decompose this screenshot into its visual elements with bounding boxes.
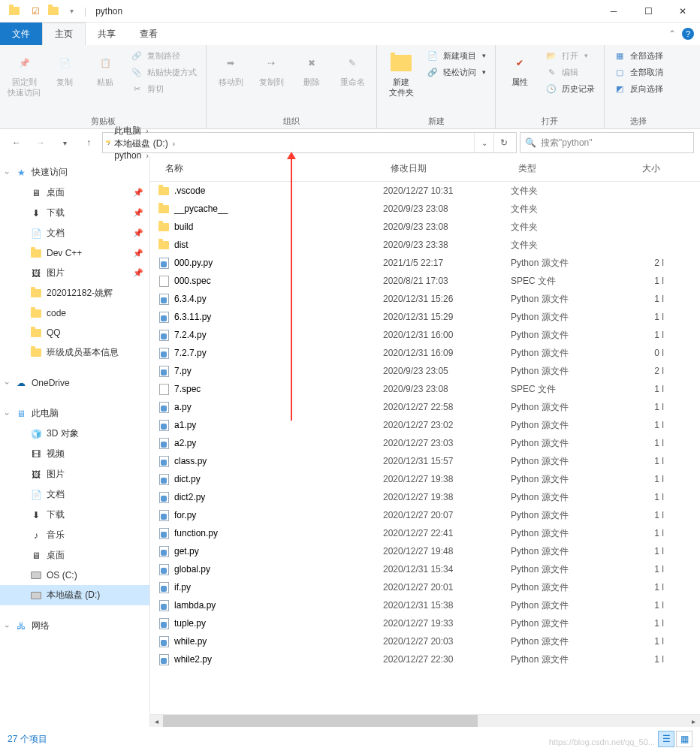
search-box[interactable]: 🔍	[520, 132, 694, 153]
file-row[interactable]: 6.3.4.py2020/12/31 15:26Python 源文件1 l	[150, 290, 700, 308]
refresh-button[interactable]: ↻	[493, 133, 513, 152]
tree-item[interactable]: ⬇下载📌	[0, 203, 149, 223]
file-row[interactable]: lambda.py2020/12/31 15:38Python 源文件1 l	[150, 596, 700, 614]
invert-selection-button[interactable]: ◩反向选择	[609, 81, 668, 96]
tree-item[interactable]: 🖥桌面📌	[0, 182, 149, 203]
horizontal-scrollbar[interactable]: ◂ ▸	[150, 714, 700, 727]
open-button[interactable]: 📂打开▾	[541, 48, 599, 63]
file-row[interactable]: class.py2020/12/31 15:57Python 源文件1 l	[150, 452, 700, 470]
tab-home[interactable]: 主页	[42, 23, 86, 45]
icons-view-button[interactable]: ▦	[676, 731, 692, 747]
new-item-button[interactable]: 📄新建项目▾	[422, 48, 490, 63]
tree-item[interactable]: 🖥桌面	[0, 545, 149, 566]
tree-thispc[interactable]: 🖥此电脑	[0, 403, 149, 424]
address-bar[interactable]: › 此电脑›本地磁盘 (D:)›python› ⌄ ↻	[102, 132, 517, 153]
tree-item[interactable]: 202012182-姚辉	[0, 283, 149, 303]
file-row[interactable]: a2.py2020/12/27 23:03Python 源文件1 l	[150, 434, 700, 452]
file-row[interactable]: for.py2020/12/27 20:07Python 源文件1 l	[150, 506, 700, 524]
easy-access-button[interactable]: 🔗轻松访问▾	[422, 65, 490, 80]
properties-button[interactable]: ✔属性	[500, 48, 539, 90]
help-icon[interactable]: ?	[682, 28, 694, 40]
tree-item[interactable]: 🖼图片📌	[0, 263, 149, 283]
breadcrumb[interactable]: 此电脑›	[111, 125, 178, 137]
tree-item[interactable]: QQ	[0, 323, 149, 342]
tree-item[interactable]: code	[0, 303, 149, 323]
file-row[interactable]: a1.py2020/12/27 23:02Python 源文件1 l	[150, 416, 700, 434]
tree-item[interactable]: Dev C++📌	[0, 243, 149, 263]
file-row[interactable]: while2.py2020/12/27 22:30Python 源文件1 l	[150, 650, 700, 668]
file-row[interactable]: dist2020/9/23 23:38文件夹	[150, 236, 700, 254]
file-row[interactable]: function.py2020/12/27 22:41Python 源文件1 l	[150, 524, 700, 542]
move-to-button[interactable]: ➡移动到	[211, 48, 250, 90]
file-row[interactable]: 000.spec2020/8/21 17:03SPEC 文件1 l	[150, 272, 700, 290]
tree-item[interactable]: ⬇下载	[0, 505, 149, 525]
tree-item[interactable]: 📄文档📌	[0, 223, 149, 243]
tree-network[interactable]: 🖧网络	[0, 616, 149, 636]
file-row[interactable]: a.py2020/12/27 22:58Python 源文件1 l	[150, 398, 700, 416]
copy-to-button[interactable]: ⇢复制到	[252, 48, 291, 90]
edit-button[interactable]: ✎编辑	[541, 65, 599, 80]
paste-shortcut-button[interactable]: 📎粘贴快捷方式	[126, 65, 201, 80]
details-view-button[interactable]: ☰	[658, 731, 674, 747]
back-button[interactable]: ←	[6, 132, 27, 153]
scroll-left-icon[interactable]: ◂	[150, 715, 163, 728]
file-row[interactable]: dict2.py2020/12/27 19:38Python 源文件1 l	[150, 488, 700, 506]
up-button[interactable]: ↑	[78, 132, 99, 153]
file-row[interactable]: 7.2.4.py2020/12/31 16:00Python 源文件1 l	[150, 326, 700, 344]
copy-button[interactable]: 📄复制	[45, 48, 84, 90]
collapse-ribbon-icon[interactable]: ⌃	[668, 29, 676, 39]
breadcrumb[interactable]: 本地磁盘 (D:)›	[111, 137, 178, 150]
file-row[interactable]: global.py2020/12/31 15:34Python 源文件1 l	[150, 560, 700, 578]
recent-dropdown[interactable]: ▾	[54, 132, 75, 153]
paste-button[interactable]: 📋粘贴	[86, 48, 125, 90]
file-row[interactable]: build2020/9/23 23:08文件夹	[150, 218, 700, 236]
file-row[interactable]: get.py2020/12/27 19:48Python 源文件1 l	[150, 542, 700, 560]
list-body[interactable]: .vscode2020/12/27 10:31文件夹__pycache__202…	[150, 182, 700, 714]
tree-item[interactable]: 🧊3D 对象	[0, 424, 149, 444]
new-folder-button[interactable]: 新建 文件夹	[382, 48, 421, 101]
maximize-button[interactable]: ☐	[631, 0, 665, 23]
tree-item[interactable]: ♪音乐	[0, 525, 149, 545]
delete-button[interactable]: ✖删除	[292, 48, 331, 90]
tree-onedrive[interactable]: ☁OneDrive	[0, 373, 149, 393]
pin-to-quickaccess-button[interactable]: 📌固定到 快速访问	[5, 48, 44, 101]
forward-button[interactable]: →	[30, 132, 51, 153]
tree-item[interactable]: 班级成员基本信息	[0, 342, 149, 363]
tree-item[interactable]: OS (C:)	[0, 566, 149, 585]
qat-folder-icon[interactable]	[45, 3, 62, 20]
qat-dropdown-icon[interactable]: ▾	[63, 3, 80, 20]
scrollbar-thumb[interactable]	[163, 715, 478, 728]
minimize-button[interactable]: ─	[596, 0, 631, 23]
file-row[interactable]: 000.py.py2021/1/5 22:17Python 源文件2 l	[150, 254, 700, 272]
file-row[interactable]: if.py2020/12/27 20:01Python 源文件1 l	[150, 578, 700, 596]
tree-quickaccess[interactable]: ★快速访问	[0, 162, 149, 182]
column-type[interactable]: 类型	[511, 156, 623, 181]
search-input[interactable]	[541, 137, 689, 148]
column-date[interactable]: 修改日期	[383, 156, 511, 181]
file-row[interactable]: __pycache__2020/9/23 23:08文件夹	[150, 200, 700, 218]
navigation-tree[interactable]: ★快速访问 🖥桌面📌⬇下载📌📄文档📌Dev C++📌🖼图片📌202012182-…	[0, 156, 150, 727]
close-button[interactable]: ✕	[665, 0, 700, 23]
copy-path-button[interactable]: 🔗复制路径	[126, 48, 201, 63]
tree-item[interactable]: 📄文档	[0, 484, 149, 505]
file-row[interactable]: 7.spec2020/9/23 23:08SPEC 文件1 l	[150, 380, 700, 398]
qat-checkbox-icon[interactable]: ☑	[27, 3, 44, 20]
file-row[interactable]: tuple.py2020/12/27 19:33Python 源文件1 l	[150, 614, 700, 632]
tree-item[interactable]: 本地磁盘 (D:)	[0, 585, 149, 605]
select-none-button[interactable]: ▢全部取消	[609, 65, 668, 80]
scroll-right-icon[interactable]: ▸	[687, 715, 700, 728]
file-row[interactable]: 7.2.7.py2020/12/31 16:09Python 源文件0 l	[150, 344, 700, 362]
tab-file[interactable]: 文件	[0, 23, 42, 45]
address-dropdown[interactable]: ⌄	[474, 133, 493, 152]
column-size[interactable]: 大小	[623, 156, 668, 181]
file-row[interactable]: 6.3.11.py2020/12/31 15:29Python 源文件1 l	[150, 308, 700, 326]
file-row[interactable]: .vscode2020/12/27 10:31文件夹	[150, 182, 700, 200]
tree-item[interactable]: 🖼图片	[0, 464, 149, 484]
tab-view[interactable]: 查看	[128, 23, 170, 45]
history-button[interactable]: 🕓历史记录	[541, 81, 599, 96]
tab-share[interactable]: 共享	[86, 23, 128, 45]
file-row[interactable]: while.py2020/12/27 20:03Python 源文件1 l	[150, 632, 700, 650]
file-row[interactable]: 7.py2020/9/23 23:05Python 源文件2 l	[150, 362, 700, 380]
rename-button[interactable]: ✎重命名	[333, 48, 372, 90]
file-row[interactable]: dict.py2020/12/27 19:38Python 源文件1 l	[150, 470, 700, 488]
